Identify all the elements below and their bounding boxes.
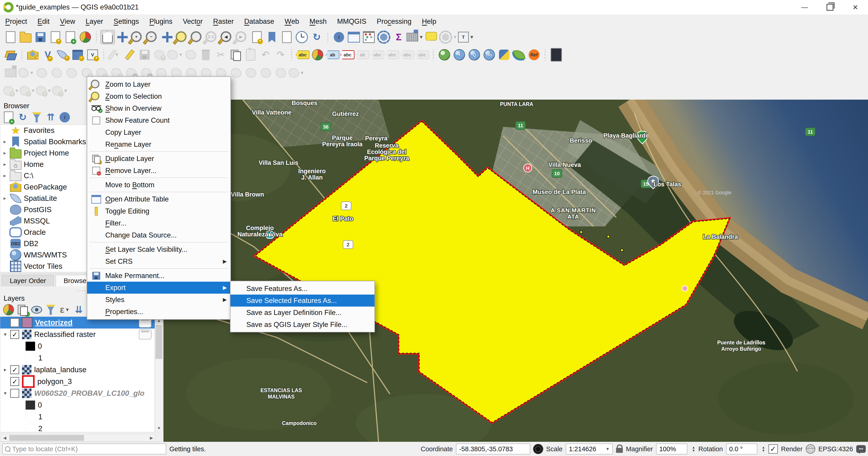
- legend-item-1[interactable]: 1: [0, 411, 155, 423]
- help[interactable]: ?: [549, 48, 563, 62]
- metasearch-add-wms[interactable]: +: [452, 48, 467, 62]
- quickmapservices[interactable]: [437, 48, 452, 62]
- context-menu-set-crs[interactable]: Set CRS▶: [87, 255, 230, 267]
- context-menu-copy-layer[interactable]: Copy Layer: [87, 126, 230, 138]
- map-canvas[interactable]: 361011111522 H BosquesVilla VatteoneGuti…: [163, 100, 868, 442]
- refresh-map[interactable]: ↻: [309, 30, 324, 44]
- menu-mmqgis[interactable]: MMQGIS: [332, 14, 372, 29]
- scroll-left-icon[interactable]: ◀: [1, 435, 8, 440]
- open-attribute-table-tool[interactable]: [347, 30, 361, 44]
- filter-legend[interactable]: [45, 304, 56, 315]
- scrollbar-thumb[interactable]: [9, 435, 84, 441]
- context-menu-zoom-to-layer[interactable]: Zoom to Layer: [87, 78, 230, 90]
- menu-web[interactable]: Web: [279, 14, 304, 29]
- osm-place-search[interactable]: oo: [482, 48, 496, 62]
- lock-scale-icon[interactable]: [616, 448, 623, 453]
- tab-layer-order[interactable]: Layer Order: [2, 275, 54, 286]
- layer-visibility-checkbox[interactable]: ✓: [10, 330, 19, 339]
- browser-refresh[interactable]: ↻: [17, 112, 28, 123]
- context-menu-change-data-source[interactable]: Change Data Source...: [87, 229, 230, 241]
- zoom-to-selection[interactable]: [175, 30, 189, 44]
- render-checkbox[interactable]: ✓: [768, 444, 778, 454]
- layers-vertical-scrollbar[interactable]: ▲ ▼: [155, 316, 163, 432]
- context-menu-styles[interactable]: Styles▶: [87, 294, 230, 306]
- submenu-save-as-layer-definition-file[interactable]: Save as Layer Definition File...: [230, 307, 374, 318]
- metasearch[interactable]: Q: [467, 48, 482, 62]
- rotation-spinbox[interactable]: 0.0 °: [726, 444, 757, 454]
- measure[interactable]: ▼: [406, 30, 424, 44]
- messages-icon[interactable]: •••: [856, 445, 866, 453]
- close-button[interactable]: ✕: [843, 0, 868, 14]
- scroll-right-icon[interactable]: ▶: [148, 435, 155, 440]
- zoom-last[interactable]: ◀: [220, 30, 234, 44]
- menu-layer[interactable]: Layer: [81, 14, 108, 29]
- legend-item-2[interactable]: 2: [0, 423, 155, 432]
- menu-plugins[interactable]: Plugins: [144, 14, 178, 29]
- add-group[interactable]: +: [17, 304, 28, 315]
- show-statistics[interactable]: Σ: [392, 30, 406, 44]
- context-menu-zoom-to-selection[interactable]: Zoom to Selection: [87, 90, 230, 102]
- copy-features[interactable]: [228, 48, 243, 62]
- layers-horizontal-scrollbar[interactable]: ◀ ▶: [1, 434, 155, 442]
- zoom-full[interactable]: [160, 30, 175, 44]
- new-spatial-bookmark[interactable]: *: [250, 30, 264, 44]
- open-layer-styling[interactable]: [3, 304, 14, 315]
- highlight-pinned-labels[interactable]: abc: [340, 48, 355, 62]
- context-menu-set-layer-scale-visibility[interactable]: Set Layer Scale Visibility...: [87, 243, 230, 255]
- new-project[interactable]: [3, 30, 18, 44]
- zoom-in[interactable]: +: [130, 30, 145, 44]
- expand-all[interactable]: ⇊: [73, 304, 84, 315]
- processing-toolbox[interactable]: [376, 30, 391, 44]
- crs-status[interactable]: EPSG:4326: [818, 445, 853, 453]
- new-spatialite-layer[interactable]: *: [56, 48, 70, 62]
- new-temporary-scratch-layer[interactable]: V*: [85, 48, 100, 62]
- temporal-controller[interactable]: [294, 30, 309, 44]
- context-menu-show-in-overview[interactable]: +Show in Overview: [87, 102, 230, 114]
- layer-visibility-checkbox[interactable]: ✓: [10, 318, 19, 327]
- locate-search-input[interactable]: Type to locate (Ctrl+K): [2, 444, 166, 454]
- save-project[interactable]: [33, 30, 48, 44]
- menu-settings[interactable]: Settings: [108, 14, 144, 29]
- context-menu-toggle-editing[interactable]: Toggle Editing: [87, 205, 230, 217]
- quickosm[interactable]: [512, 48, 526, 62]
- legend-item-0[interactable]: 0: [0, 340, 155, 352]
- extents-toggle-icon[interactable]: [533, 444, 543, 454]
- magnifier-spinbox[interactable]: 100%: [656, 444, 687, 454]
- pin-labels[interactable]: ab: [325, 48, 340, 62]
- context-menu-remove-layer[interactable]: −Remove Layer...: [87, 164, 230, 177]
- text-annotation[interactable]: T▼: [458, 30, 474, 44]
- layer-labeling[interactable]: abc: [296, 48, 310, 62]
- menu-processing[interactable]: Processing: [372, 14, 416, 29]
- zoom-to-layer[interactable]: [190, 30, 205, 44]
- layer-diagram[interactable]: [310, 48, 325, 62]
- submenu-save-as-qgis-layer-style-file[interactable]: Save as QGIS Layer Style File...: [230, 318, 374, 331]
- menu-raster[interactable]: Raster: [208, 14, 239, 29]
- python-console[interactable]: [497, 48, 512, 62]
- menu-database[interactable]: Database: [239, 14, 280, 29]
- browser-properties[interactable]: i: [59, 112, 70, 123]
- submenu-save-selected-features-as[interactable]: Save Selected Features As...: [230, 295, 374, 307]
- menu-mesh[interactable]: Mesh: [304, 14, 332, 29]
- layer-item-polygon-3[interactable]: ✓polygon_3: [0, 376, 155, 387]
- layer-visibility-checkbox[interactable]: ✓: [10, 377, 19, 386]
- context-menu-open-attribute-table[interactable]: Open Attribute Table: [87, 193, 230, 205]
- layer-item-reclassified-raster[interactable]: ▾✓Reclassified raster: [0, 329, 155, 340]
- new-print-layout[interactable]: *: [48, 30, 63, 44]
- menu-view[interactable]: View: [55, 14, 81, 29]
- layer-item-laplata-landuse[interactable]: ▸✓laplata_landuse: [0, 364, 155, 376]
- statistical-summary[interactable]: [362, 30, 376, 44]
- identify-features[interactable]: i: [332, 30, 346, 44]
- style-manager[interactable]: [78, 30, 93, 44]
- menu-help[interactable]: Help: [416, 14, 441, 29]
- context-menu-filter[interactable]: Filter...: [87, 217, 230, 229]
- new-geopackage-layer[interactable]: *: [26, 48, 40, 62]
- show-spatial-bookmarks[interactable]: [265, 30, 279, 44]
- menu-vector[interactable]: Vector: [178, 14, 208, 29]
- maximize-button[interactable]: [817, 0, 843, 14]
- new-shapefile-layer[interactable]: V*: [40, 48, 55, 62]
- context-menu-duplicate-layer[interactable]: *Duplicate Layer: [87, 153, 230, 164]
- new-virtual-layer[interactable]: *: [70, 48, 85, 62]
- show-layout-manager[interactable]: +: [63, 30, 78, 44]
- context-menu-move-to-bottom[interactable]: Move to Bottom: [87, 179, 230, 191]
- spatial-bookmark-manager[interactable]: [280, 30, 294, 44]
